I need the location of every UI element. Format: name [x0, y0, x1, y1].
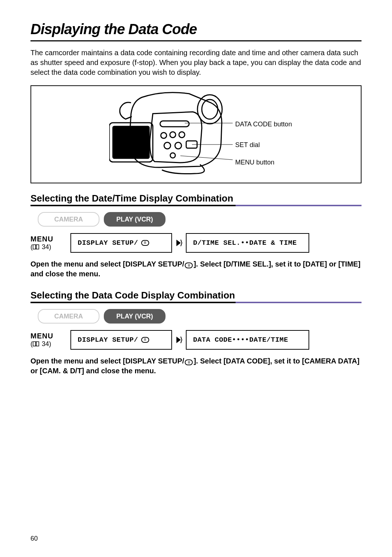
- menu-arrow-2: [172, 330, 186, 350]
- svg-point-9: [170, 153, 175, 158]
- menu-row-2: MENU ( 34) DISPLAY SETUP/ DATA CODE••••D…: [30, 330, 362, 350]
- subheading-2: Selecting the Data Code Display Combinat…: [30, 290, 362, 301]
- menu-arrow-1: [172, 233, 186, 253]
- menu-page-ref-1: ( 34): [30, 243, 68, 251]
- page-title: Displaying the Data Code: [30, 21, 362, 37]
- instruction-2: Open the menu and select [DISPLAY SETUP/…: [30, 356, 362, 376]
- mode-camera-2: CAMERA: [38, 309, 99, 324]
- svg-point-5: [170, 132, 176, 138]
- display-icon: [185, 263, 193, 268]
- svg-line-14: [180, 156, 233, 161]
- instr2-pre: Open the menu and select [DISPLAY SETUP/: [30, 357, 184, 365]
- menu-box-display-setup-2: DISPLAY SETUP/: [70, 330, 172, 350]
- camcorder-diagram: DATA CODE button SET dial MENU button: [30, 85, 362, 183]
- book-icon: [33, 244, 39, 249]
- mode-play-vcr-2: PLAY (VCR): [104, 309, 166, 324]
- display-icon: [141, 240, 149, 246]
- menu-row-1: MENU ( 34) DISPLAY SETUP/ D/TIME SEL.••D…: [30, 233, 362, 253]
- svg-rect-3: [113, 126, 149, 158]
- instr1-pre: Open the menu and select [DISPLAY SETUP/: [30, 260, 184, 268]
- svg-point-8: [175, 142, 181, 149]
- mode-camera-1: CAMERA: [38, 212, 99, 227]
- camcorder-illustration: [109, 88, 233, 177]
- menu-label-1: MENU ( 34): [30, 233, 70, 253]
- mode-row-1: CAMERA PLAY (VCR): [38, 212, 362, 227]
- callout-menu-button: MENU button: [235, 159, 274, 166]
- display-icon: [185, 359, 193, 365]
- menu-box1-text-1: DISPLAY SETUP/: [78, 239, 138, 247]
- menu-title-1: MENU: [30, 235, 68, 243]
- page-ref-num-2: 34: [42, 340, 49, 347]
- callout-set-dial: SET dial: [235, 141, 260, 149]
- subheading-rule-1: [30, 205, 362, 206]
- subheading-rule-2: [30, 302, 362, 303]
- svg-point-7: [164, 142, 171, 149]
- book-icon: [33, 341, 39, 346]
- menu-box-display-setup-1: DISPLAY SETUP/: [70, 233, 172, 253]
- subheading-1: Selecting the Date/Time Display Combinat…: [30, 193, 362, 204]
- page-number: 60: [30, 535, 38, 542]
- menu-label-2: MENU ( 34): [30, 330, 70, 350]
- callout-data-code: DATA CODE button: [235, 121, 292, 128]
- menu-box-option-1: D/TIME SEL.••DATE & TIME: [186, 233, 309, 253]
- svg-point-4: [161, 133, 167, 138]
- instruction-1: Open the menu and select [DISPLAY SETUP/…: [30, 259, 362, 279]
- menu-box1-text-2: DISPLAY SETUP/: [78, 336, 138, 344]
- mode-row-2: CAMERA PLAY (VCR): [38, 309, 362, 324]
- display-icon: [141, 337, 149, 343]
- svg-rect-10: [160, 121, 189, 127]
- svg-point-6: [179, 132, 185, 138]
- intro-text: The camcorder maintains a data code cont…: [30, 48, 362, 77]
- menu-title-2: MENU: [30, 332, 68, 340]
- page-ref-num-1: 34: [42, 243, 49, 251]
- title-rule: [30, 40, 362, 41]
- mode-play-vcr-1: PLAY (VCR): [104, 212, 166, 227]
- menu-page-ref-2: ( 34): [30, 340, 68, 348]
- menu-box-option-2: DATA CODE••••DATE/TIME: [186, 330, 309, 350]
